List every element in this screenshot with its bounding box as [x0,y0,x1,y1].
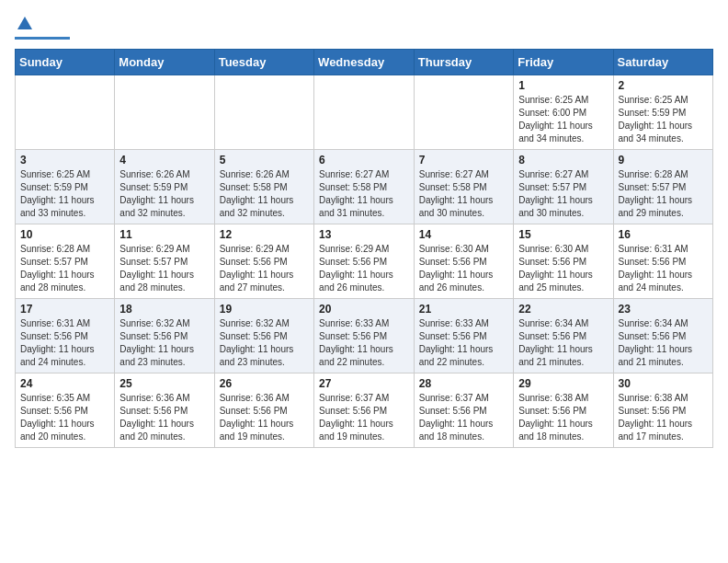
day-detail: Sunrise: 6:34 AM Sunset: 5:56 PM Dayligh… [619,317,709,369]
calendar-cell: 21Sunrise: 6:33 AM Sunset: 5:56 PM Dayli… [414,299,513,373]
calendar-cell: 4Sunrise: 6:26 AM Sunset: 5:59 PM Daylig… [115,150,214,224]
calendar-cell [414,75,513,150]
calendar-cell [314,75,415,150]
calendar-cell: 29Sunrise: 6:38 AM Sunset: 5:56 PM Dayli… [514,373,613,448]
calendar-cell [214,75,313,150]
day-detail: Sunrise: 6:33 AM Sunset: 5:56 PM Dayligh… [419,317,508,369]
day-number: 11 [119,228,209,241]
day-number: 12 [220,228,309,241]
calendar-cell: 14Sunrise: 6:30 AM Sunset: 5:56 PM Dayli… [414,224,513,299]
day-detail: Sunrise: 6:25 AM Sunset: 6:00 PM Dayligh… [518,94,608,145]
day-detail: Sunrise: 6:37 AM Sunset: 5:56 PM Dayligh… [419,392,508,443]
calendar-cell: 3Sunrise: 6:25 AM Sunset: 5:59 PM Daylig… [16,150,115,224]
logo-line [15,37,70,40]
day-number: 4 [119,154,209,167]
day-detail: Sunrise: 6:38 AM Sunset: 5:56 PM Dayligh… [518,392,608,443]
day-detail: Sunrise: 6:30 AM Sunset: 5:56 PM Dayligh… [419,243,508,294]
day-detail: Sunrise: 6:34 AM Sunset: 5:56 PM Dayligh… [518,317,608,369]
weekday-header-sunday: Sunday [16,50,115,75]
calendar-cell: 22Sunrise: 6:34 AM Sunset: 5:56 PM Dayli… [514,299,613,373]
day-number: 29 [518,377,608,390]
day-detail: Sunrise: 6:26 AM Sunset: 5:59 PM Dayligh… [119,168,209,220]
calendar-cell: 10Sunrise: 6:28 AM Sunset: 5:57 PM Dayli… [16,224,115,299]
weekday-header-monday: Monday [115,50,214,75]
day-detail: Sunrise: 6:38 AM Sunset: 5:56 PM Dayligh… [619,392,709,443]
day-detail: Sunrise: 6:36 AM Sunset: 5:56 PM Dayligh… [119,392,209,443]
day-number: 9 [619,154,709,167]
calendar-cell: 18Sunrise: 6:32 AM Sunset: 5:56 PM Dayli… [115,299,214,373]
calendar-cell: 25Sunrise: 6:36 AM Sunset: 5:56 PM Dayli… [115,373,214,448]
day-number: 26 [220,377,309,390]
day-detail: Sunrise: 6:33 AM Sunset: 5:56 PM Dayligh… [319,317,409,369]
day-number: 14 [419,228,508,241]
day-number: 27 [319,377,409,390]
calendar-cell: 20Sunrise: 6:33 AM Sunset: 5:56 PM Dayli… [314,299,415,373]
calendar-cell: 5Sunrise: 6:26 AM Sunset: 5:58 PM Daylig… [214,150,313,224]
weekday-header-wednesday: Wednesday [314,50,415,75]
calendar-cell: 24Sunrise: 6:35 AM Sunset: 5:56 PM Dayli… [16,373,115,448]
day-detail: Sunrise: 6:37 AM Sunset: 5:56 PM Dayligh… [319,392,409,443]
weekday-header-saturday: Saturday [613,50,713,75]
calendar-row-1: 3Sunrise: 6:25 AM Sunset: 5:59 PM Daylig… [16,150,713,224]
day-detail: Sunrise: 6:28 AM Sunset: 5:57 PM Dayligh… [20,243,109,294]
calendar-header-row: SundayMondayTuesdayWednesdayThursdayFrid… [16,50,713,75]
day-detail: Sunrise: 6:29 AM Sunset: 5:56 PM Dayligh… [319,243,409,294]
day-number: 25 [119,377,209,390]
weekday-header-thursday: Thursday [414,50,513,75]
day-detail: Sunrise: 6:25 AM Sunset: 5:59 PM Dayligh… [619,94,709,145]
weekday-header-tuesday: Tuesday [214,50,313,75]
day-detail: Sunrise: 6:25 AM Sunset: 5:59 PM Dayligh… [20,168,109,220]
day-number: 2 [619,79,709,92]
calendar-cell: 16Sunrise: 6:31 AM Sunset: 5:56 PM Dayli… [613,224,713,299]
calendar-cell: 26Sunrise: 6:36 AM Sunset: 5:56 PM Dayli… [214,373,313,448]
calendar-cell: 8Sunrise: 6:27 AM Sunset: 5:57 PM Daylig… [514,150,613,224]
day-number: 3 [20,154,109,167]
calendar-row-3: 17Sunrise: 6:31 AM Sunset: 5:56 PM Dayli… [16,299,713,373]
day-number: 13 [319,228,409,241]
logo-icon [17,15,33,35]
day-detail: Sunrise: 6:29 AM Sunset: 5:57 PM Dayligh… [119,243,209,294]
day-detail: Sunrise: 6:27 AM Sunset: 5:57 PM Dayligh… [518,168,608,220]
calendar-row-4: 24Sunrise: 6:35 AM Sunset: 5:56 PM Dayli… [16,373,713,448]
day-number: 10 [20,228,109,241]
calendar-cell: 23Sunrise: 6:34 AM Sunset: 5:56 PM Dayli… [613,299,713,373]
logo [15,15,70,40]
weekday-header-friday: Friday [514,50,613,75]
day-number: 24 [20,377,109,390]
day-detail: Sunrise: 6:29 AM Sunset: 5:56 PM Dayligh… [220,243,309,294]
day-number: 16 [619,228,709,241]
calendar-cell: 7Sunrise: 6:27 AM Sunset: 5:58 PM Daylig… [414,150,513,224]
day-number: 18 [119,303,209,316]
calendar-cell: 2Sunrise: 6:25 AM Sunset: 5:59 PM Daylig… [613,75,713,150]
day-number: 30 [619,377,709,390]
day-number: 15 [518,228,608,241]
calendar-cell: 12Sunrise: 6:29 AM Sunset: 5:56 PM Dayli… [214,224,313,299]
calendar-cell: 11Sunrise: 6:29 AM Sunset: 5:57 PM Dayli… [115,224,214,299]
calendar-cell [115,75,214,150]
calendar-cell: 28Sunrise: 6:37 AM Sunset: 5:56 PM Dayli… [414,373,513,448]
day-number: 21 [419,303,508,316]
day-number: 6 [319,154,409,167]
calendar-cell: 19Sunrise: 6:32 AM Sunset: 5:56 PM Dayli… [214,299,313,373]
calendar-table: SundayMondayTuesdayWednesdayThursdayFrid… [15,49,713,448]
day-detail: Sunrise: 6:31 AM Sunset: 5:56 PM Dayligh… [619,243,709,294]
day-number: 22 [518,303,608,316]
calendar-cell: 13Sunrise: 6:29 AM Sunset: 5:56 PM Dayli… [314,224,415,299]
calendar-row-0: 1Sunrise: 6:25 AM Sunset: 6:00 PM Daylig… [16,75,713,150]
calendar-cell: 9Sunrise: 6:28 AM Sunset: 5:57 PM Daylig… [613,150,713,224]
header [15,15,713,40]
day-number: 20 [319,303,409,316]
day-detail: Sunrise: 6:32 AM Sunset: 5:56 PM Dayligh… [220,317,309,369]
day-number: 7 [419,154,508,167]
day-detail: Sunrise: 6:32 AM Sunset: 5:56 PM Dayligh… [119,317,209,369]
day-number: 28 [419,377,508,390]
day-detail: Sunrise: 6:28 AM Sunset: 5:57 PM Dayligh… [619,168,709,220]
calendar-cell: 27Sunrise: 6:37 AM Sunset: 5:56 PM Dayli… [314,373,415,448]
day-detail: Sunrise: 6:27 AM Sunset: 5:58 PM Dayligh… [319,168,409,220]
day-number: 19 [220,303,309,316]
calendar-cell: 15Sunrise: 6:30 AM Sunset: 5:56 PM Dayli… [514,224,613,299]
calendar-row-2: 10Sunrise: 6:28 AM Sunset: 5:57 PM Dayli… [16,224,713,299]
day-number: 8 [518,154,608,167]
day-number: 5 [220,154,309,167]
day-detail: Sunrise: 6:36 AM Sunset: 5:56 PM Dayligh… [220,392,309,443]
